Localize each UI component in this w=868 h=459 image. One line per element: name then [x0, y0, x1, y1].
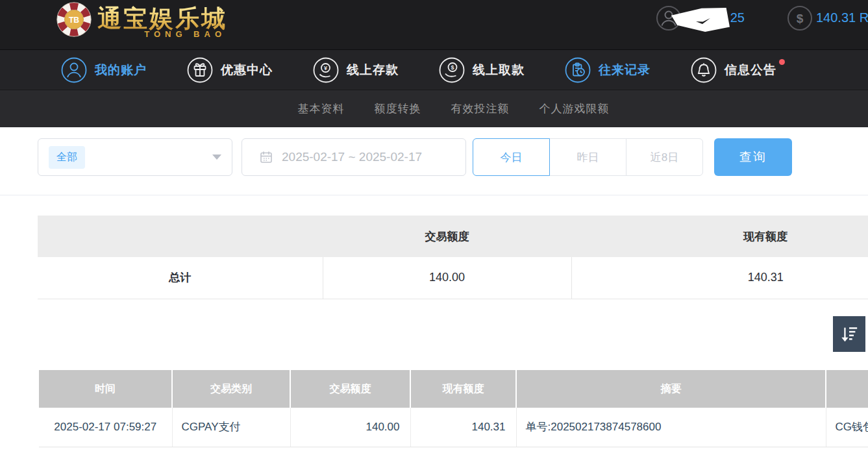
nav-item-deposit[interactable]: ¥ 线上存款	[313, 57, 399, 83]
date-range-value: 2025-02-17 ~ 2025-02-17	[282, 150, 422, 164]
cell-amount: 140.00	[290, 408, 410, 447]
notification-dot	[779, 59, 785, 65]
type-filter-select[interactable]: 全部	[38, 138, 232, 176]
today-button[interactable]: 今日	[473, 138, 550, 176]
bell-icon	[691, 57, 717, 83]
cell-type: CGPAY支付	[172, 408, 290, 447]
records-table: 时间 交易类别 交易额度 现有额度 摘要 备注 2025-02-17 07:59…	[39, 370, 868, 447]
subnav-item-game-limits[interactable]: 个人游戏限额	[539, 101, 610, 116]
brand-subtitle: TONG BAO	[144, 29, 226, 39]
nav-label: 线上存款	[347, 62, 399, 79]
date-range-input[interactable]: 2025-02-17 ~ 2025-02-17	[242, 138, 466, 176]
summary-transaction-amount: 140.00	[323, 257, 571, 299]
quick-range-group: 今日 昨日 近8日	[473, 138, 703, 176]
nav-item-withdraw[interactable]: $ 线上取款	[439, 57, 525, 83]
last-8-days-button[interactable]: 近8日	[626, 138, 703, 176]
nav-label: 优惠中心	[221, 62, 273, 79]
nav-label: 信息公告	[725, 62, 776, 79]
poker-chip-icon: TB	[56, 1, 92, 38]
subnav-item-credit-transfer[interactable]: 额度转换	[375, 101, 421, 116]
records-header-balance: 现有额度	[410, 370, 516, 408]
nav-item-promotions[interactable]: 优惠中心	[187, 57, 273, 83]
records-header-row: 时间 交易类别 交易额度 现有额度 摘要 备注	[39, 370, 868, 408]
sub-nav: 基本资料 额度转换 有效投注额 个人游戏限额	[0, 90, 868, 127]
nav-label: 我的账户	[95, 62, 147, 79]
calendar-icon	[259, 150, 273, 164]
svg-text:¥: ¥	[324, 65, 327, 71]
gift-icon	[187, 57, 213, 83]
cell-summary: 单号:202502173874578600	[516, 408, 826, 447]
nav-item-announcements[interactable]: 信息公告	[691, 57, 776, 83]
records-header-summary: 摘要	[516, 370, 826, 408]
chevron-down-icon	[212, 155, 221, 160]
main-nav: 我的账户 优惠中心 ¥ 线上存款 $ 线上取款	[0, 49, 868, 90]
balance-dollar-icon: $	[787, 5, 813, 31]
type-filter-value: 全部	[49, 146, 85, 169]
cell-balance: 140.31	[410, 408, 516, 447]
records-header-amount: 交易额度	[290, 370, 410, 408]
summary-header-empty	[38, 216, 323, 257]
nav-label: 线上取款	[473, 62, 525, 79]
sort-descending-button[interactable]	[833, 316, 865, 352]
summary-header-current-balance: 现有额度	[571, 216, 868, 257]
withdraw-icon: $	[439, 57, 465, 83]
summary-current-balance: 140.31	[571, 257, 868, 299]
summary-header-transaction-amount: 交易额度	[323, 216, 571, 257]
records-header-time: 时间	[39, 370, 172, 408]
account-icon	[61, 57, 87, 83]
summary-total-row: 总计 140.00 140.31	[38, 257, 868, 299]
cell-time: 2025-02-17 07:59:27	[39, 408, 172, 447]
balance-text: 140.31 R	[816, 10, 868, 25]
table-row: 2025-02-17 07:59:27 CGPAY支付 140.00 140.3…	[39, 408, 868, 447]
balance-suffix: R	[860, 10, 868, 25]
subnav-item-profile[interactable]: 基本资料	[298, 101, 345, 116]
cell-remark: CG钱包	[826, 408, 868, 447]
nav-item-my-account[interactable]: 我的账户	[61, 57, 147, 83]
site-logo[interactable]: TB 通宝娱乐城 TONG BAO	[56, 1, 227, 38]
subnav-item-valid-bets[interactable]: 有效投注额	[451, 101, 510, 116]
query-button[interactable]: 查询	[714, 138, 792, 176]
chip-text: TB	[69, 16, 79, 25]
deposit-icon: ¥	[313, 57, 339, 83]
section-divider	[0, 195, 868, 195]
records-header-remark: 备注	[826, 370, 868, 408]
summary-table: 交易额度 现有额度 总计 140.00 140.31	[38, 216, 868, 299]
svg-text:$: $	[797, 12, 804, 25]
summary-total-label: 总计	[38, 257, 323, 299]
nav-item-records[interactable]: 往来记录	[565, 57, 651, 83]
top-bar: TB 通宝娱乐城 TONG BAO 25 $ 140.31 R	[0, 0, 868, 49]
nav-label: 往来记录	[599, 62, 651, 79]
sort-descending-icon	[839, 324, 859, 345]
summary-header-row: 交易额度 现有额度	[38, 216, 868, 257]
svg-text:$: $	[451, 64, 454, 71]
yesterday-button[interactable]: 昨日	[549, 138, 626, 176]
records-header-type: 交易类别	[172, 370, 290, 408]
records-icon	[565, 57, 591, 83]
